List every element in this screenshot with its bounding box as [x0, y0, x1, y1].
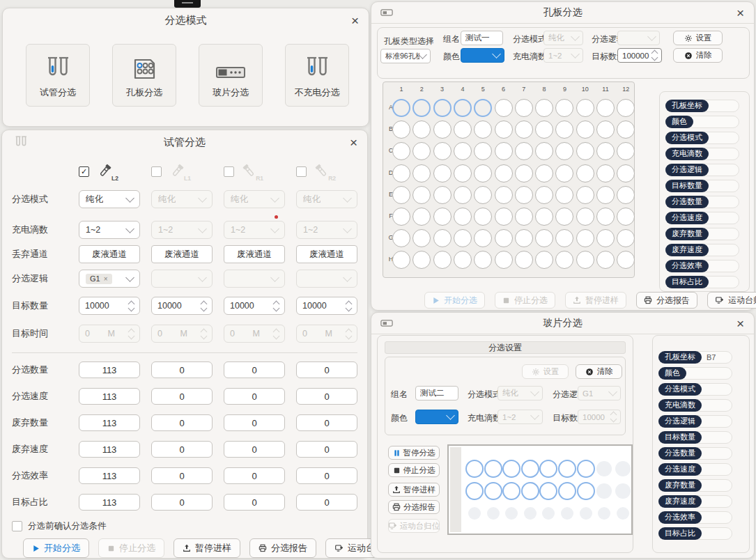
well-C10[interactable] [576, 142, 594, 160]
well-A11[interactable] [596, 99, 615, 117]
charge-drops-select-L1[interactable]: 1~2 [151, 221, 213, 239]
stop-sort-button[interactable]: 停止分选 [98, 538, 164, 558]
pause-sampling-button[interactable]: 暂停进样 [565, 292, 626, 309]
slide-spot-r1c9[interactable] [615, 461, 631, 476]
sort-logic-select-L2[interactable]: G1× [79, 270, 140, 288]
well-A10[interactable] [576, 99, 594, 117]
pause-sampling-button[interactable]: 暂停进样 [173, 538, 240, 558]
channel-checkbox-R1[interactable] [224, 166, 234, 177]
close-icon[interactable]: × [351, 14, 359, 27]
sort-logic-select[interactable]: G1 [578, 386, 621, 400]
target-time-spinner-L2[interactable]: 0M [79, 325, 140, 343]
slide-spot-r2c9[interactable] [615, 483, 631, 499]
slide-spot-r2c2[interactable] [484, 482, 502, 500]
well-F11[interactable] [596, 208, 615, 226]
sort-mode-select-L1[interactable]: 纯化 [151, 190, 213, 208]
well-D1[interactable] [392, 164, 410, 182]
start-sort-button[interactable]: 开始分选 [23, 538, 89, 558]
sort-mode-select-R1[interactable]: 纯化 [224, 190, 285, 208]
well-F4[interactable] [454, 208, 472, 226]
remove-tag-icon[interactable]: × [104, 275, 108, 283]
slide-spot-r1c6[interactable] [558, 460, 576, 478]
well-B4[interactable] [454, 120, 472, 139]
well-D7[interactable] [515, 164, 533, 182]
well-E8[interactable] [535, 186, 553, 204]
sort-logic-select[interactable] [617, 31, 660, 45]
well-A3[interactable] [433, 99, 452, 117]
start-sort-button[interactable]: 开始分选 [424, 292, 485, 309]
stage-home-button[interactable]: 运动台归位 [707, 292, 756, 309]
well-E4[interactable] [454, 186, 472, 204]
well-F2[interactable] [412, 208, 431, 226]
close-icon[interactable]: × [736, 317, 744, 330]
well-H10[interactable] [576, 251, 594, 269]
well-F9[interactable] [555, 208, 573, 226]
well-C1[interactable] [392, 142, 410, 160]
well-C11[interactable] [596, 142, 615, 160]
stop-sort-button[interactable]: 停止分选 [495, 292, 555, 309]
slide-spot-r2c6[interactable] [558, 482, 576, 500]
well-G2[interactable] [412, 229, 431, 247]
well-H12[interactable] [617, 251, 635, 269]
well-B12[interactable] [617, 120, 635, 139]
well-F5[interactable] [474, 208, 492, 226]
sort-mode-select[interactable]: 纯化 [497, 386, 543, 400]
spinner-arrows-icon[interactable] [129, 302, 134, 311]
slide-spot-r3c5[interactable] [542, 507, 555, 520]
color-select[interactable] [461, 48, 504, 63]
clear-button[interactable]: 清除 [576, 364, 622, 379]
stop-sort-button[interactable]: 停止分选 [388, 463, 440, 477]
well-B1[interactable] [392, 120, 410, 139]
well-B11[interactable] [596, 120, 615, 139]
well-E7[interactable] [515, 186, 533, 204]
well-G8[interactable] [535, 229, 553, 247]
target-count-spinner-R2[interactable]: 10000 [296, 297, 357, 315]
sort-logic-select-L1[interactable] [151, 270, 213, 288]
spinner-arrows-icon[interactable] [652, 51, 657, 60]
slide-spot-r2c5[interactable] [539, 482, 557, 500]
well-E9[interactable] [555, 186, 573, 204]
target-time-spinner-R2[interactable]: 0M [296, 325, 357, 343]
well-D4[interactable] [454, 164, 472, 182]
well-F10[interactable] [576, 208, 594, 226]
slide-spot-r3c4[interactable] [524, 507, 537, 520]
well-E2[interactable] [412, 186, 431, 204]
well-D2[interactable] [412, 164, 431, 182]
charge-drops-select[interactable]: 1~2 [543, 48, 583, 63]
mode-button-slide-sort[interactable]: 玻片分选 [199, 44, 263, 107]
well-E1[interactable] [392, 186, 410, 204]
plate-type-select[interactable]: 标准96孔板 [380, 49, 431, 63]
well-D5[interactable] [474, 164, 492, 182]
well-B3[interactable] [433, 120, 452, 139]
well-G6[interactable] [495, 229, 513, 247]
slide-spot-r1c1[interactable] [465, 460, 484, 478]
spinner-arrows-icon[interactable] [274, 302, 279, 311]
well-A12[interactable] [617, 99, 635, 117]
group-name-input[interactable]: 测试二 [415, 386, 458, 400]
target-count-spinner[interactable]: 10000 [578, 410, 621, 424]
slide-spot-r3c8[interactable] [598, 507, 610, 520]
well-A7[interactable] [515, 99, 533, 117]
well-E10[interactable] [576, 186, 594, 204]
sort-mode-select[interactable]: 纯化 [543, 31, 583, 45]
well-B8[interactable] [535, 120, 553, 139]
slide-spot-r3c1[interactable] [468, 507, 481, 520]
well-E12[interactable] [617, 186, 635, 204]
well-G5[interactable] [474, 229, 492, 247]
well-F12[interactable] [617, 208, 635, 226]
waste-channel-button-L2[interactable]: 废液通道 [79, 245, 140, 263]
well-C8[interactable] [535, 142, 553, 160]
color-select[interactable] [415, 410, 458, 424]
slide-spot-r2c1[interactable] [465, 482, 484, 500]
well-G7[interactable] [515, 229, 533, 247]
well-C3[interactable] [433, 142, 452, 160]
slide-spot-r2c7[interactable] [577, 482, 595, 500]
settings-button[interactable]: 设置 [522, 364, 569, 379]
mode-button-plate-sort[interactable]: 孔板分选 [112, 44, 176, 107]
slide-spot-r1c2[interactable] [484, 460, 502, 478]
well-H9[interactable] [555, 251, 573, 269]
well-C4[interactable] [454, 142, 472, 160]
sort-report-button[interactable]: 分选报告 [636, 292, 697, 309]
pause-sort-button[interactable]: 暂停分选 [388, 446, 440, 460]
well-F6[interactable] [495, 208, 513, 226]
